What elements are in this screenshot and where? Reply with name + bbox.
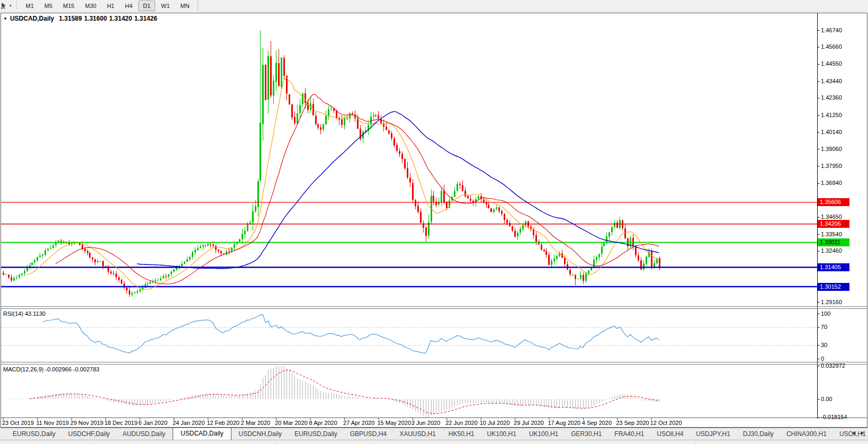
chevron-down-icon[interactable]: ▾ — [10, 4, 12, 8]
tab-scroll-left-icon[interactable]: ◄ — [851, 430, 856, 436]
toolbar-grip-handle[interactable] — [15, 2, 18, 10]
rsi-axis-label: 0 — [821, 356, 824, 362]
rsi-axis-label: 30 — [821, 342, 827, 348]
price-tick-label: 1.29160 — [821, 299, 842, 305]
timeframe-button-m1[interactable]: M1 — [21, 1, 39, 11]
status-separator — [480, 441, 480, 444]
macd-axis-label: -0.018154 — [821, 414, 847, 420]
date-tick-label: 24 Jan 2020 — [173, 420, 205, 426]
chart-tab-audusd-daily[interactable]: AUDUSD,Daily — [117, 429, 171, 440]
date-tick-label: 20 Mar 2020 — [275, 420, 308, 426]
timeframe-toolbar: ▾ M1M5M15M30H1H4D1W1MN — [0, 0, 868, 12]
crosshair-cursor-icon — [1, 2, 8, 10]
chart-tab-usoil-h4[interactable]: USOil,H4 — [651, 429, 688, 440]
hline-price-tag[interactable]: 1.33011 — [818, 238, 849, 246]
hline-price-tag[interactable]: 1.30152 — [818, 283, 849, 291]
chart-tab-fra40-h1[interactable]: FRA40,H1 — [609, 429, 649, 440]
timeframe-button-h4[interactable]: H4 — [120, 1, 137, 11]
chart-tab-usdjpy-h1[interactable]: USDJPY,H1 — [691, 429, 735, 440]
timeframe-button-w1[interactable]: W1 — [156, 1, 175, 11]
chart-tab-ger30-h1[interactable]: GER30,H1 — [566, 429, 607, 440]
hline-price-tag[interactable]: 1.35606 — [818, 198, 849, 206]
status-bar — [0, 440, 868, 444]
price-tick-label: 1.41250 — [821, 112, 842, 118]
price-high: 1.31600 — [84, 15, 107, 22]
chart-tab-gbpusd-h4[interactable]: GBPUSD,H4 — [345, 429, 392, 440]
date-tick-label: 29 Nov 2019 — [70, 420, 103, 426]
date-tick-label: 4 Sep 2020 — [582, 420, 612, 426]
chart-tab-dj30-daily[interactable]: DJ30,Daily — [738, 429, 779, 440]
rsi-axis-label: 100 — [821, 310, 830, 317]
chart-tab-bar: EURUSD,DailyUSDCHF,DailyAUDUSD,DailyUSDC… — [0, 428, 868, 440]
chart-focus-marker: ▼ — [3, 16, 7, 21]
price-tick-label: 1.46740 — [821, 27, 842, 33]
hline-price-tag[interactable]: 1.31405 — [818, 263, 849, 271]
hline-price-tag[interactable]: 1.34206 — [818, 220, 849, 228]
timeframe-button-d1[interactable]: D1 — [138, 1, 155, 11]
price-open: 1.31589 — [59, 15, 82, 22]
price-tick-label: 1.43440 — [821, 78, 842, 84]
macd-axis-label: 0.00 — [821, 396, 832, 402]
chart-tab-usdcad-daily[interactable]: USDCAD,Daily — [173, 428, 231, 440]
date-tick-label: 10 Jul 2020 — [480, 420, 510, 426]
chart-tab-eurusd-daily[interactable]: EURUSD,Daily — [289, 429, 343, 440]
rsi-value: 43.1130 — [25, 310, 46, 317]
chart-tab-usdchf-daily[interactable]: USDCHF,Daily — [63, 429, 115, 440]
price-tick-label: 1.42360 — [821, 94, 842, 101]
rsi-axis-label: 70 — [821, 324, 827, 330]
macd-axis-label: 0.032972 — [821, 362, 845, 369]
timeframe-button-h1[interactable]: H1 — [102, 1, 119, 11]
date-tick-label: 22 Jun 2020 — [445, 420, 478, 426]
date-tick-label: 23 Oct 2019 — [2, 420, 34, 426]
chart-plot-area[interactable] — [1, 13, 817, 306]
price-low: 1.31420 — [109, 15, 132, 22]
date-tick-label: 23 Sep 2020 — [616, 420, 649, 426]
date-tick-label: 2 Mar 2020 — [241, 420, 271, 426]
status-separator — [695, 441, 695, 444]
status-separator — [93, 441, 94, 444]
price-tick-label: 1.36840 — [821, 180, 842, 186]
tab-scroll-right-icon[interactable]: ► — [860, 430, 865, 436]
price-close: 1.31426 — [134, 15, 157, 22]
timeframe-button-mn[interactable]: MN — [176, 1, 194, 11]
timeframe-button-m30[interactable]: M30 — [80, 1, 101, 11]
price-tick-label: 1.45660 — [821, 43, 842, 50]
date-tick-label: 11 Nov 2019 — [36, 420, 69, 426]
price-tick-label: 1.33540 — [821, 231, 842, 237]
price-tick-label: 1.37950 — [821, 163, 842, 169]
chart-tab-china300-h1[interactable]: CHINA300,H1 — [781, 429, 832, 440]
chart-tab-hk50-h1[interactable]: HK50,H1 — [443, 429, 480, 440]
rsi-label: RSI(14) 43.1130 — [3, 310, 46, 317]
date-tick-label: 29 Jul 2020 — [514, 420, 544, 426]
tab-scroll-arrows: ◄ ► — [851, 430, 865, 436]
chart-tab-xauusd-h1[interactable]: XAUUSD,H1 — [394, 429, 441, 440]
price-tick-label: 1.39060 — [821, 146, 842, 152]
chart-tab-eurusd-daily[interactable]: EURUSD,Daily — [7, 429, 61, 440]
date-tick-label: 3 Jun 2020 — [411, 420, 440, 426]
price-tick-label: 1.44550 — [821, 60, 842, 67]
date-tick-label: 15 May 2020 — [377, 420, 411, 426]
chart-title: ▼USDCAD,Daily1.315891.316001.314201.3142… — [3, 15, 159, 22]
status-separator — [276, 441, 276, 444]
date-tick-label: 12 Feb 2020 — [207, 420, 239, 426]
chart-tab-uk100-h1[interactable]: UK100,H1 — [482, 429, 522, 440]
price-tick-label: 1.34650 — [821, 214, 842, 220]
date-tick-label: 17 Aug 2020 — [548, 420, 580, 426]
date-tick-label: 27 Apr 2020 — [343, 420, 374, 426]
date-tick-label: 8 Apr 2020 — [309, 420, 337, 426]
status-separator — [371, 441, 371, 444]
date-tick-label: 18 Dec 2019 — [104, 420, 137, 426]
timeframe-button-m15[interactable]: M15 — [58, 1, 79, 11]
chart-symbol: USDCAD,Daily — [10, 15, 54, 22]
chart-tab-usdcnh-daily[interactable]: USDCNH,Daily — [234, 429, 287, 440]
macd-values: -0.002966 -0.002783 — [45, 366, 99, 372]
price-tick-label: 1.40140 — [821, 129, 842, 135]
timeframe-button-m5[interactable]: M5 — [40, 1, 57, 11]
trading-platform-window: ▾ M1M5M15M30H1H4D1W1MN ▼USDCAD,Daily1.31… — [0, 0, 868, 444]
macd-label: MACD(12,26,9) -0.002966 -0.002783 — [3, 366, 100, 372]
chart-tool-button[interactable]: ▾ — [0, 2, 13, 10]
date-tick-label: 12 Oct 2020 — [650, 420, 682, 426]
chart-tab-uk100-h1[interactable]: UK100,H1 — [524, 429, 563, 440]
date-tick-label: 6 Jan 2020 — [139, 420, 167, 426]
price-tick-label: 1.32460 — [821, 247, 842, 254]
